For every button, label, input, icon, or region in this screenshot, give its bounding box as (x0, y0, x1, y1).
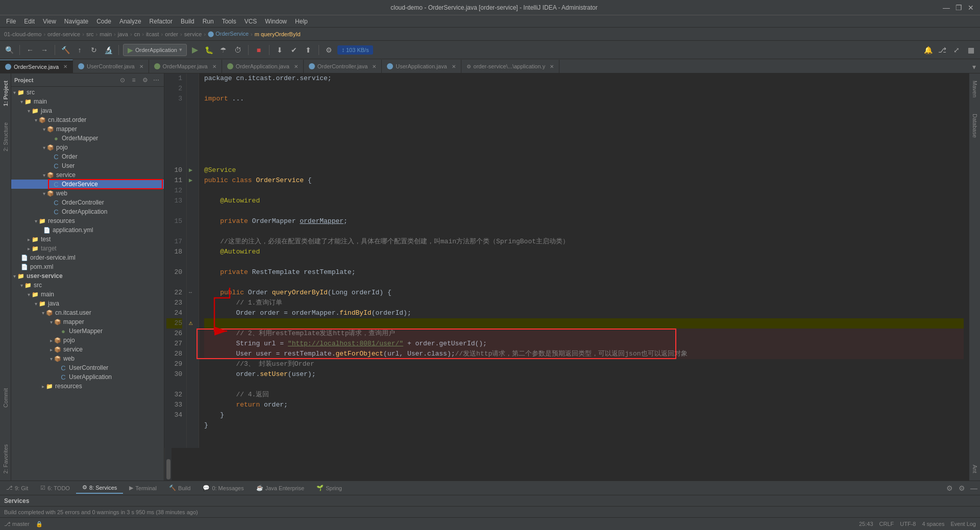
tab-orderapplication[interactable]: OrderApplication.java ✕ (222, 60, 304, 73)
update-button[interactable]: ↑ (74, 44, 86, 56)
sidebar-gear-button[interactable]: ⋯ (152, 75, 161, 85)
status-indent[interactable]: 4 spaces (922, 521, 944, 527)
menu-file[interactable]: File (2, 17, 20, 26)
notification-button[interactable]: 🔔 (922, 44, 934, 56)
bottom-tab-javaee[interactable]: ☕ Java Enterprise (250, 483, 310, 493)
git-update-button[interactable]: ⬇ (274, 44, 286, 56)
menu-vcs[interactable]: VCS (240, 17, 261, 26)
menu-edit[interactable]: Edit (20, 17, 39, 26)
status-crlf[interactable]: CRLF (879, 521, 894, 527)
tree-item-ordercontroller[interactable]: C OrderController (11, 198, 164, 207)
bottom-minimize-button[interactable]: — (968, 482, 980, 494)
code-editor[interactable]: 1 2 3 10 11 12 13 15 17 (164, 73, 969, 481)
status-git[interactable]: ⎇ master (4, 521, 30, 527)
menu-help[interactable]: Help (291, 17, 312, 26)
left-tab-project[interactable]: 1: Project (2, 78, 10, 109)
search-everywhere-button[interactable]: 🔍 (3, 44, 15, 56)
bottom-tab-messages[interactable]: 💬 0: Messages (197, 483, 250, 493)
tree-item-web[interactable]: ▾ 📦 web (11, 189, 164, 198)
menu-code[interactable]: Code (92, 17, 115, 26)
debug-button[interactable]: 🐛 (203, 44, 215, 56)
menu-refactor[interactable]: Refactor (145, 17, 177, 26)
right-tab-database[interactable]: Database (971, 111, 979, 141)
tab-userapplication[interactable]: UserApplication.java ✕ (382, 60, 461, 73)
bottom-tab-terminal[interactable]: ▶ Terminal (123, 483, 163, 493)
run-configuration[interactable]: ▶ OrderApplication ▾ (123, 44, 187, 56)
tab-ordermapper[interactable]: OrderMapper.java ✕ (149, 60, 222, 73)
close-button[interactable]: ✕ (967, 4, 975, 12)
tree-item-us-mapper[interactable]: ▾ 📦 mapper (11, 317, 164, 326)
sync-button[interactable]: ↻ (88, 44, 100, 56)
menu-view[interactable]: View (39, 17, 60, 26)
status-eventlog[interactable]: Event Log (950, 521, 976, 527)
tree-item-userapplication[interactable]: C UserApplication (11, 372, 164, 382)
git-push-button[interactable]: ⬆ (302, 44, 314, 56)
tree-item-service-folder[interactable]: ▾ 📦 service (11, 170, 164, 180)
forward-button[interactable]: → (38, 44, 51, 56)
tree-item-pomxml[interactable]: 📄 pom.xml (11, 262, 164, 271)
back-button[interactable]: ← (24, 44, 36, 56)
tree-item-us-resources[interactable]: ▸ 📁 resources (11, 382, 164, 391)
tree-item-src[interactable]: ▾ 📁 src (11, 88, 164, 97)
tree-item-us-pojo[interactable]: ▸ 📦 pojo (11, 336, 164, 345)
status-position[interactable]: 25:43 (859, 521, 873, 527)
bottom-tab-spring[interactable]: 🌱 Spring (310, 483, 348, 493)
tree-item-us-src[interactable]: ▾ 📁 src (11, 281, 164, 290)
bottom-tab-build[interactable]: 🔨 Build (163, 483, 197, 493)
stop-button[interactable]: ■ (253, 44, 265, 56)
bottom-settings-button[interactable]: ⚙ (943, 482, 955, 494)
code-content[interactable]: package cn.itcast.order.service; import … (199, 73, 969, 448)
git-commit-button[interactable]: ✔ (288, 44, 300, 56)
tab-usercontroller[interactable]: UserController.java ✕ (73, 60, 149, 73)
tree-item-mapper[interactable]: ▾ 📦 mapper (11, 124, 164, 134)
run-button[interactable]: ▶ (189, 44, 201, 56)
tree-item-us-service[interactable]: ▸ 📦 service (11, 345, 164, 354)
menu-navigate[interactable]: Navigate (60, 17, 92, 26)
tab-applicationyml[interactable]: ⚙ order-service\...\application.y ✕ (461, 60, 560, 73)
menu-window[interactable]: Window (261, 17, 291, 26)
git-branches-button[interactable]: ⎇ (936, 44, 948, 56)
minimize-button[interactable]: — (942, 4, 950, 12)
menu-build[interactable]: Build (177, 17, 199, 26)
sidebar-settings-button[interactable]: ⚙ (140, 75, 150, 85)
tree-item-us-main[interactable]: ▾ 📁 main (11, 290, 164, 299)
menu-tools[interactable]: Tools (218, 17, 240, 26)
tree-item-target[interactable]: ▸ 📁 target (11, 244, 164, 253)
tree-item-orderapplication[interactable]: C OrderApplication (11, 207, 164, 216)
bottom-tab-git[interactable]: ⎇ 9: Git (0, 483, 34, 493)
tree-item-orderserviceiml[interactable]: 📄 order-service.iml (11, 253, 164, 262)
tree-item-us-package[interactable]: ▾ 📦 cn.itcast.user (11, 308, 164, 317)
tabs-overflow-button[interactable]: ▾ (968, 61, 980, 73)
menu-run[interactable]: Run (199, 17, 218, 26)
coverage-button[interactable]: ☂ (217, 44, 230, 56)
tree-item-java[interactable]: ▾ 📁 java (11, 106, 164, 115)
tab-orderservice[interactable]: OrderService.java ✕ (0, 60, 73, 73)
tree-item-usercontroller[interactable]: C UserController (11, 363, 164, 372)
tree-item-usermapper[interactable]: ● UserMapper (11, 326, 164, 336)
tree-item-resources[interactable]: ▾ 📁 resources (11, 216, 164, 225)
tree-item-us-java[interactable]: ▾ 📁 java (11, 299, 164, 308)
tree-item-ordermapper[interactable]: ● OrderMapper (11, 134, 164, 143)
bottom-tab-todo[interactable]: ☑ 6: TODO (34, 483, 76, 493)
maximize-button[interactable]: ❐ (954, 4, 963, 12)
tree-item-userservice[interactable]: ▾ 📁 user-service (11, 271, 164, 281)
inspect-button[interactable]: 🔬 (102, 44, 114, 56)
expand-button[interactable]: ⤢ (950, 44, 963, 56)
right-tab-maven[interactable]: Maven (971, 78, 979, 100)
status-encoding[interactable]: UTF-8 (900, 521, 916, 527)
tree-item-pojo[interactable]: ▾ 📦 pojo (11, 143, 164, 152)
tree-item-main[interactable]: ▾ 📁 main (11, 97, 164, 106)
layout-button[interactable]: ▦ (965, 44, 977, 56)
left-tab-favorites[interactable]: 2: Favorites (2, 441, 10, 476)
tree-item-orderservice[interactable]: C OrderService (11, 180, 164, 189)
tab-ordercontroller[interactable]: OrderController.java ✕ (304, 60, 382, 73)
sidebar-collapse-button[interactable]: ≡ (129, 75, 138, 85)
tree-item-order-class[interactable]: C Order (11, 152, 164, 161)
bottom-gear-button[interactable]: ⚙ (955, 482, 968, 494)
tree-item-test[interactable]: ▸ 📁 test (11, 235, 164, 244)
build-button[interactable]: 🔨 (59, 44, 71, 56)
left-tab-commit[interactable]: Commit (2, 385, 10, 411)
sidebar-locate-button[interactable]: ⊙ (118, 75, 127, 85)
right-tab-ant[interactable]: Ant (971, 462, 979, 476)
tree-item-us-web[interactable]: ▾ 📦 web (11, 354, 164, 363)
